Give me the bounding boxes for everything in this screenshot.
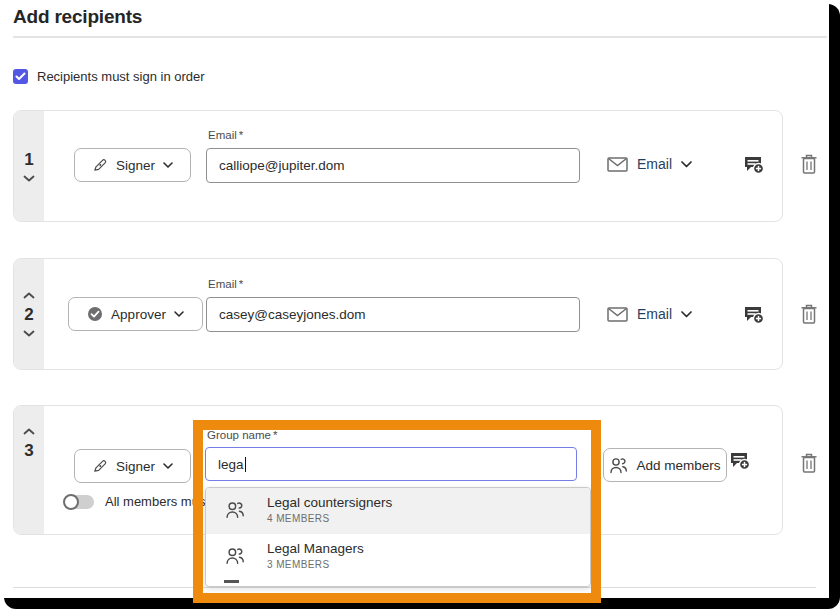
recipient-3-number: 3 bbox=[24, 442, 33, 459]
group-icon bbox=[225, 547, 245, 565]
section-divider bbox=[13, 587, 816, 588]
group-member-count: 3 MEMBERS bbox=[267, 559, 364, 570]
check-icon bbox=[15, 72, 26, 81]
required-marker: * bbox=[273, 429, 277, 441]
trash-icon bbox=[800, 154, 818, 175]
pen-icon bbox=[92, 458, 108, 474]
approver-check-circle-icon bbox=[87, 306, 103, 322]
chevron-down-icon bbox=[681, 161, 692, 168]
screenshot-frame: Add recipients Recipients must sign in o… bbox=[0, 0, 840, 609]
add-message-icon bbox=[742, 153, 764, 175]
group-name: Legal countersigners bbox=[267, 495, 392, 510]
recipient-1-role-selector[interactable]: Signer bbox=[74, 148, 191, 182]
group-suggestions-dropdown: Legal countersigners 4 MEMBERS Legal Man… bbox=[205, 487, 591, 587]
recipient-card-2: 2 Approver Email* casey@caseyjones.dom E… bbox=[13, 258, 783, 370]
toggle-knob bbox=[63, 494, 79, 510]
recipient-2-role-label: Approver bbox=[111, 307, 166, 322]
required-marker: * bbox=[239, 278, 243, 290]
text-cursor bbox=[245, 457, 246, 472]
recipient-1-delivery-selector[interactable]: Email bbox=[607, 156, 692, 172]
group-name-value: lega bbox=[218, 457, 244, 472]
add-members-button[interactable]: Add members bbox=[603, 448, 727, 482]
move-down-button[interactable] bbox=[23, 175, 35, 182]
recipient-1-order-strip: 1 bbox=[14, 111, 44, 221]
recipient-1-role-label: Signer bbox=[116, 158, 155, 173]
group-name-label: Group name* bbox=[207, 429, 277, 441]
recipient-1-number: 1 bbox=[24, 151, 33, 168]
sign-in-order-label: Recipients must sign in order bbox=[37, 69, 205, 84]
pen-icon bbox=[92, 157, 108, 173]
group-icon bbox=[225, 501, 245, 519]
recipient-2-role-selector[interactable]: Approver bbox=[68, 297, 203, 331]
move-down-button[interactable] bbox=[23, 330, 35, 337]
all-members-toggle-label: All members must bbox=[105, 494, 209, 509]
trash-icon bbox=[800, 453, 818, 474]
delete-recipient-2-button[interactable] bbox=[798, 303, 820, 325]
delete-recipient-3-button[interactable] bbox=[798, 452, 820, 474]
chevron-down-icon bbox=[163, 463, 173, 469]
recipient-card-1: 1 Signer Email* calliope@jupiter.dom Ema… bbox=[13, 110, 783, 222]
add-private-message-button[interactable] bbox=[742, 153, 764, 175]
recipient-1-email-label: Email* bbox=[208, 129, 243, 141]
trash-icon bbox=[800, 304, 818, 325]
move-up-button[interactable] bbox=[23, 428, 35, 435]
add-private-message-button[interactable] bbox=[728, 449, 750, 471]
recipient-2-order-strip: 2 bbox=[14, 259, 44, 369]
recipient-1-delivery-label: Email bbox=[637, 156, 672, 172]
chevron-down-icon bbox=[174, 311, 184, 317]
recipient-1-email-input[interactable]: calliope@jupiter.dom bbox=[206, 148, 580, 183]
add-message-icon bbox=[728, 449, 750, 471]
envelope-icon bbox=[607, 307, 628, 322]
move-up-button[interactable] bbox=[23, 292, 35, 299]
recipient-2-email-label: Email* bbox=[208, 278, 243, 290]
chevron-down-icon bbox=[681, 311, 692, 318]
add-private-message-button[interactable] bbox=[742, 303, 764, 325]
title-divider bbox=[13, 36, 827, 38]
sign-in-order-row: Recipients must sign in order bbox=[13, 69, 205, 84]
required-marker: * bbox=[239, 129, 243, 141]
group-name-input[interactable]: lega bbox=[205, 447, 577, 481]
dropdown-scrollbar-thumb[interactable] bbox=[224, 580, 239, 583]
recipient-2-number: 2 bbox=[24, 306, 33, 323]
recipient-2-email-input[interactable]: casey@caseyjones.dom bbox=[206, 297, 580, 332]
sign-in-order-checkbox[interactable] bbox=[13, 69, 28, 84]
add-recipients-panel: Add recipients Recipients must sign in o… bbox=[0, 0, 829, 598]
recipient-3-role-label: Signer bbox=[116, 459, 155, 474]
recipient-2-delivery-selector[interactable]: Email bbox=[607, 306, 692, 322]
all-members-toggle[interactable] bbox=[64, 495, 94, 509]
recipient-3-order-strip: 3 bbox=[14, 406, 44, 534]
add-members-label: Add members bbox=[636, 458, 720, 473]
group-suggestion-item[interactable]: Legal Managers 3 MEMBERS bbox=[206, 534, 590, 580]
recipient-3-role-selector[interactable]: Signer bbox=[74, 449, 191, 483]
page-title: Add recipients bbox=[13, 6, 142, 28]
recipient-2-delivery-label: Email bbox=[637, 306, 672, 322]
chevron-down-icon bbox=[163, 162, 173, 168]
all-members-toggle-row: All members must bbox=[64, 494, 209, 509]
add-message-icon bbox=[742, 303, 764, 325]
group-icon bbox=[609, 457, 628, 474]
group-name: Legal Managers bbox=[267, 541, 364, 556]
envelope-icon bbox=[607, 157, 628, 172]
group-suggestion-item[interactable]: Legal countersigners 4 MEMBERS bbox=[206, 488, 590, 534]
delete-recipient-1-button[interactable] bbox=[798, 153, 820, 175]
group-member-count: 4 MEMBERS bbox=[267, 513, 392, 524]
